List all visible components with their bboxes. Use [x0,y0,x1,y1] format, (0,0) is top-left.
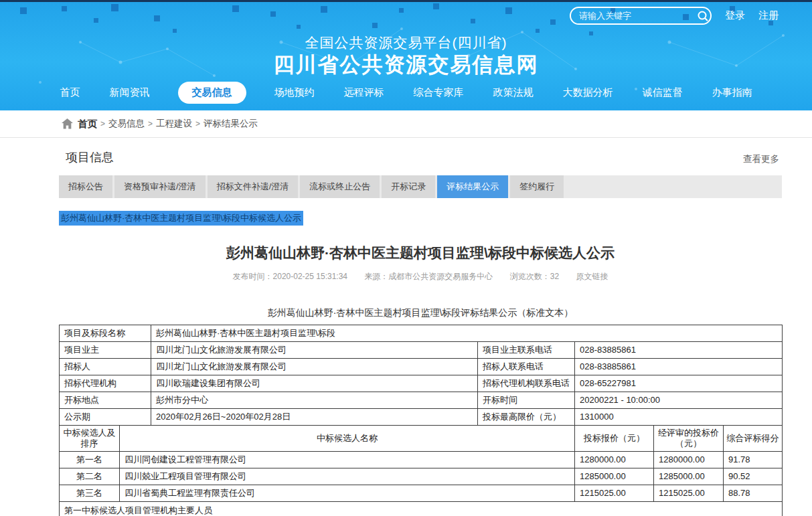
view-more-link[interactable]: 查看更多 [743,153,779,165]
breadcrumb: 首页 > 交易信息 > 工程建设 > 评标结果公示 [0,110,812,138]
info-label-cell: 开标时间 [478,392,575,409]
article-title: 彭州葛仙山林野·杏林中医主题村项目监理\标段中标候选人公示 [59,244,782,262]
company-cell: 四川省蜀典工程监理有限责任公司 [120,485,575,502]
nav-item-expert-database[interactable]: 综合专家库 [412,82,465,103]
col-header-score: 综合评标得分 [724,426,783,452]
info-row: 公示期 2020年02月26日~2020年02月28日 投标最高限价（元） 13… [60,409,783,426]
main-nav: 首页 新闻资讯 交易信息 场地预约 远程评标 综合专家库 政策法规 大数据分析 … [0,82,812,104]
tab-contract-performance[interactable]: 签约履行 [510,175,564,198]
publish-time: 发布时间：2020-02-25 15:31:34 [233,272,347,281]
info-label-cell: 招标人联系电话 [478,359,575,375]
breadcrumb-separator: > [195,119,200,128]
info-value-cell: 028-65227981 [575,375,783,392]
info-row: 招标人 四川龙门山文化旅游发展有限公司 招标人联系电话 028-83885861 [60,359,783,375]
register-link[interactable]: 注册 [758,9,779,22]
nav-item-remote-evaluation[interactable]: 远程评标 [343,82,386,103]
info-label-cell: 招标代理机构 [60,375,151,392]
site-title: 四川省公共资源交易信息网 [0,51,812,79]
topbar: 登录 注册 [570,7,779,25]
info-value-cell: 20200221 - 10:00:00 [575,392,783,409]
rank-cell: 第二名 [60,468,120,485]
rank-cell: 第三名 [60,485,120,502]
evaluated-price-cell: 1215025.00 [654,485,724,502]
search-box[interactable] [570,7,712,25]
announcement-list: 彭州葛仙山林野·杏林中医主题村项目监理\标段中标候选人公示 [59,211,782,226]
info-value-cell: 彭州葛仙山林野·杏林中医主题村项目监理\标段 [151,325,783,342]
info-row: 项目业主 四川龙门山文化旅游发展有限公司 项目业主联系电话 028-838858… [60,342,783,359]
info-row: 项目及标段名称 彭州葛仙山林野·杏林中医主题村项目监理\标段 [60,325,783,342]
tab-failed-or-terminated[interactable]: 流标或终止公告 [300,175,380,198]
candidate-row: 第一名 四川同创建设工程管理有限公司 1280000.00 1280000.00… [60,452,783,468]
nav-item-service-guide[interactable]: 办事指南 [711,82,754,103]
info-row: 招标代理机构 四川欧瑞建设集团有限公司 招标代理机构联系电话 028-65227… [60,375,783,392]
breadcrumb-item-evaluation-result[interactable]: 评标结果公示 [204,118,258,130]
search-icon[interactable] [697,10,709,22]
breadcrumb-item-engineering[interactable]: 工程建设 [156,118,192,130]
col-header-rank: 中标候选人及排序 [60,426,120,452]
breadcrumb-item-trade-info[interactable]: 交易信息 [108,118,145,130]
article-meta: 发布时间：2020-02-25 15:31:34 来源：成都市公共资源交易服务中… [59,271,782,282]
evaluated-price-cell: 1285000.00 [654,468,724,485]
bid-price-cell: 1215025.00 [575,485,654,502]
bid-price-cell: 1285000.00 [575,468,654,485]
footer-section-label: 第一中标候选人项目管理机构主要人员 [60,502,783,516]
evaluated-price-cell: 1280000.00 [654,452,724,468]
info-label-cell: 投标最高限价（元） [478,409,575,426]
info-label-cell: 招标代理机构联系电话 [478,375,575,392]
info-value-cell: 028-83885861 [575,342,783,359]
info-value-cell: 四川龙门山文化旅游发展有限公司 [151,359,478,375]
nav-item-venue-booking[interactable]: 场地预约 [273,82,316,103]
info-label-cell: 开标地点 [60,392,151,409]
nav-item-big-data-analysis[interactable]: 大数据分析 [562,82,615,103]
nav-item-integrity-supervision[interactable]: 诚信监督 [641,82,684,103]
section-header: 项目信息 查看更多 [59,149,782,165]
table-footer-row: 第一中标候选人项目管理机构主要人员 [60,502,783,516]
search-input[interactable] [579,11,697,21]
login-link[interactable]: 登录 [725,9,745,22]
source: 来源：成都市公共资源交易服务中心 [364,272,493,281]
info-row: 开标地点 彭州市分中心 开标时间 20200221 - 10:00:00 [60,392,783,409]
info-label-cell: 项目业主联系电话 [478,342,575,359]
company-cell: 四川兢业工程项目管理有限公司 [120,468,575,485]
section-title: 项目信息 [66,149,114,165]
info-value-cell: 四川欧瑞建设集团有限公司 [151,375,478,392]
tab-bid-document-supplement[interactable]: 招标文件补遗/澄清 [208,175,299,198]
score-cell: 88.78 [724,485,783,502]
info-label-cell: 招标人 [60,359,151,375]
breadcrumb-item-home[interactable]: 首页 [78,118,97,131]
info-label-cell: 公示期 [60,409,151,426]
col-header-evaluated-price: 经评审的投标价（元） [654,426,724,452]
site-subtitle: 全国公共资源交易平台(四川省) [0,33,812,52]
info-label-cell: 项目及标段名称 [60,325,151,342]
nav-item-home[interactable]: 首页 [59,82,82,103]
rank-cell: 第一名 [60,452,120,468]
site-banner: 登录 注册 全国公共资源交易平台(四川省) 四川省公共资源交易信息网 首页 新闻… [0,2,812,110]
tab-opening-record[interactable]: 开标记录 [382,175,435,198]
candidates-header-row: 中标候选人及排序 中标候选人名称 投标报价（元） 经评审的投标价（元） 综合评标… [60,426,783,452]
nav-item-trade-info[interactable]: 交易信息 [178,82,246,104]
info-value-cell: 1310000 [575,409,783,426]
project-tabs: 招标公告 资格预审补遗/澄清 招标文件补遗/澄清 流标或终止公告 开标记录 评标… [59,175,782,198]
view-count: 浏览次数：32 [510,272,559,281]
col-header-candidate-name: 中标候选人名称 [120,426,575,452]
tab-evaluation-result[interactable]: 评标结果公示 [437,175,508,198]
home-icon[interactable] [62,118,73,129]
announcement-link-selected[interactable]: 彭州葛仙山林野·杏林中医主题村项目监理\标段中标候选人公示 [59,211,303,226]
candidate-row: 第二名 四川兢业工程项目管理有限公司 1285000.00 1285000.00… [60,468,783,485]
project-info-table: 项目及标段名称 彭州葛仙山林野·杏林中医主题村项目监理\标段 项目业主 四川龙门… [59,325,783,426]
nav-item-policy-regulations[interactable]: 政策法规 [492,82,535,103]
col-header-bid-price: 投标报价（元） [575,426,654,452]
breadcrumb-separator: > [100,119,105,128]
info-value-cell: 2020年02月26日~2020年02月28日 [151,409,478,426]
info-value-cell: 028-83885861 [575,359,783,375]
info-value-cell: 彭州市分中心 [151,392,478,409]
tab-prequalification-supplement[interactable]: 资格预审补遗/澄清 [114,175,206,198]
score-cell: 90.52 [724,468,783,485]
original-text-link[interactable]: 原文链接 [576,272,608,281]
tab-bid-announcement[interactable]: 招标公告 [59,175,112,198]
bid-price-cell: 1280000.00 [575,452,654,468]
nav-item-news[interactable]: 新闻资讯 [108,82,151,103]
candidate-row: 第三名 四川省蜀典工程监理有限责任公司 1215025.00 1215025.0… [60,485,783,502]
info-value-cell: 四川龙门山文化旅游发展有限公司 [151,342,478,359]
breadcrumb-separator: > [148,119,153,128]
